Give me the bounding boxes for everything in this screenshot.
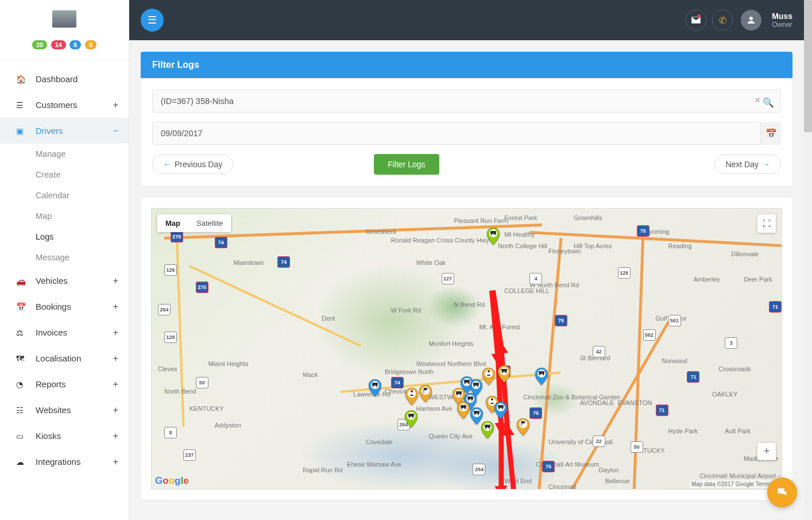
nav-kiosks[interactable]: ▭Kiosks+ [0, 423, 129, 449]
nav-label: Websites [36, 405, 71, 415]
menu-toggle-button[interactable]: ☰ [141, 9, 164, 32]
map-marker[interactable] [405, 410, 417, 427]
svg-point-3 [490, 234, 492, 235]
monitor-icon: ▭ [16, 432, 28, 441]
hamburger-icon: ☰ [148, 14, 157, 26]
svg-point-4 [494, 234, 495, 235]
map-container[interactable]: Map Satellite ⛶ + Google Map data ©2017 … [151, 208, 782, 490]
map-marker[interactable] [369, 379, 381, 396]
map-marker[interactable] [419, 385, 432, 402]
nav-vehicles[interactable]: 🚗Vehicles+ [0, 268, 129, 294]
subnav-logs[interactable]: Logs [0, 226, 129, 247]
mail-button[interactable] [686, 10, 706, 30]
map-marker[interactable] [405, 388, 418, 405]
svg-point-59 [485, 427, 486, 429]
map-label: Mt. Airy Forest [479, 323, 520, 330]
subnav-calendar[interactable]: Calendar [0, 185, 129, 206]
svg-point-51 [539, 374, 540, 375]
page-scrollbar[interactable] [804, 0, 812, 520]
calendar-icon: 📅 [16, 302, 28, 311]
route-shield: 71 [769, 301, 782, 313]
zoom-in-button[interactable]: + [757, 443, 776, 460]
google-logo: Google [155, 475, 189, 487]
driver-input[interactable] [152, 90, 781, 113]
map-marker[interactable] [487, 228, 500, 245]
user-avatar[interactable] [741, 10, 761, 30]
map-label: North Bend [164, 388, 196, 395]
map-marker[interactable] [498, 365, 511, 383]
map-marker[interactable] [482, 368, 495, 385]
nav-bookings[interactable]: 📅Bookings+ [0, 294, 129, 319]
map-type-map[interactable]: Map [157, 214, 188, 232]
svg-point-33 [461, 408, 462, 409]
search-icon[interactable]: 🔍 [763, 97, 774, 108]
zoom-control: + [757, 443, 776, 460]
chat-fab-button[interactable] [767, 477, 797, 507]
user-info: Muss Owner [772, 11, 792, 29]
subnav-manage[interactable]: Manage [0, 144, 129, 164]
scrollbar-thumb[interactable] [804, 0, 812, 132]
map-marker[interactable] [481, 421, 494, 438]
map-attribution: Map data ©2017 Google Terms of [690, 480, 779, 488]
nav-drivers[interactable]: ▣Drivers− [0, 118, 129, 144]
map-label: West End [504, 477, 532, 484]
phone-icon: ✆ [719, 15, 726, 26]
main-content: ☰ ✆ Muss Owner Filter Logs × 🔍 📅 [129, 0, 804, 520]
next-day-button[interactable]: Next Day→ [714, 155, 781, 174]
badge-red: 14 [51, 40, 66, 49]
nav-customers[interactable]: ☰Customers+ [0, 92, 129, 118]
map-marker[interactable] [457, 402, 470, 419]
svg-point-22 [411, 390, 413, 392]
date-input[interactable] [152, 122, 781, 145]
svg-rect-2 [490, 231, 496, 234]
map-marker[interactable] [494, 402, 507, 419]
svg-point-55 [409, 416, 410, 417]
map-label: KENTUCKY [190, 405, 224, 412]
map-type-satellite[interactable]: Satellite [188, 214, 231, 232]
svg-point-14 [477, 386, 478, 387]
svg-point-56 [412, 416, 413, 417]
map-label: Miami Heights [208, 360, 249, 367]
nav-label: Vehicles [36, 276, 68, 286]
plus-icon: + [113, 100, 118, 110]
map-marker[interactable] [535, 368, 548, 385]
home-icon: 🏠 [16, 75, 28, 84]
nav-localisation[interactable]: 🗺Localisation+ [0, 345, 129, 371]
previous-day-button[interactable]: ←Previous Day [152, 155, 233, 174]
subnav-create[interactable]: Create [0, 164, 129, 185]
phone-button[interactable]: ✆ [712, 10, 733, 30]
map-type-control: Map Satellite [157, 214, 231, 232]
car-icon: 🚗 [16, 276, 28, 286]
svg-point-43 [498, 408, 500, 409]
nav-label: Integrations [36, 457, 80, 467]
subnav-message[interactable]: Message [0, 247, 129, 268]
nav-websites[interactable]: ☷Websites+ [0, 397, 129, 423]
svg-point-34 [465, 408, 466, 409]
calendar-icon[interactable]: 📅 [760, 122, 781, 145]
svg-rect-16 [372, 383, 378, 386]
sidebar-logo [0, 0, 129, 34]
nav-reports[interactable]: ◔Reports+ [0, 371, 129, 397]
clear-icon[interactable]: × [755, 95, 760, 106]
map-label: Bridgetown North [385, 368, 434, 375]
nav-label: Customers [36, 100, 78, 110]
subnav-map[interactable]: Map [0, 206, 129, 226]
nav-invoices[interactable]: ⚖Invoices+ [0, 319, 129, 345]
drivers-subnav: Manage Create Calendar Map Logs Message [0, 144, 129, 268]
route-shield: 75 [637, 225, 649, 237]
map-label: Westwood Northern Blvd [416, 360, 486, 367]
fullscreen-button[interactable]: ⛶ [757, 214, 776, 233]
map-label: Cleves [158, 365, 177, 372]
svg-rect-28 [467, 396, 473, 399]
status-badges: 20 14 6 0 [0, 34, 129, 60]
nav-dashboard[interactable]: 🏠Dashboard [0, 66, 129, 92]
svg-point-38 [478, 414, 479, 415]
svg-point-52 [543, 374, 544, 375]
nav-integrations[interactable]: ☁Integrations+ [0, 449, 129, 475]
svg-point-9 [464, 383, 465, 384]
svg-point-29 [468, 399, 469, 400]
filter-logs-button[interactable]: Filter Logs [374, 154, 439, 175]
map-label: Ronald Reagan Cross County Hwy [391, 237, 489, 244]
map-label: Bellevue [605, 477, 629, 484]
map-marker[interactable] [517, 418, 529, 436]
